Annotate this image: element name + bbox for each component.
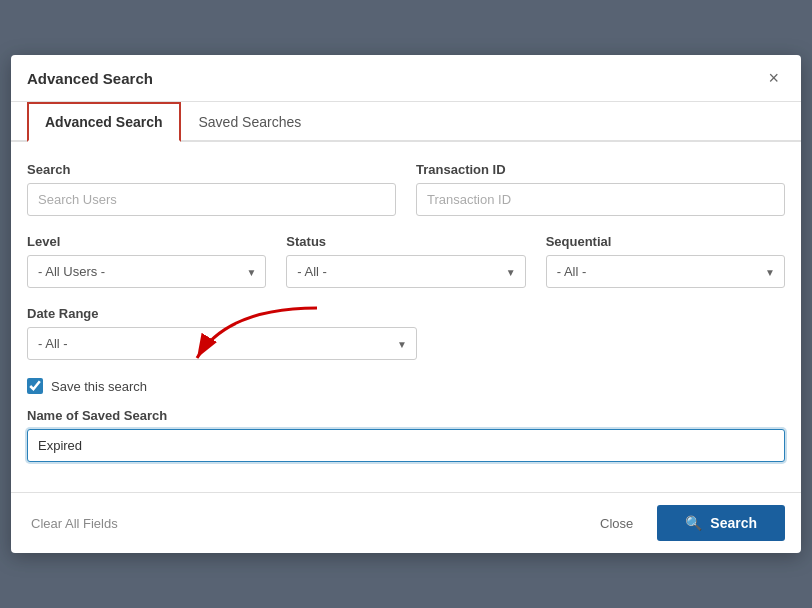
- search-label: Search: [27, 162, 396, 177]
- sequential-select[interactable]: - All - Yes No: [546, 255, 785, 288]
- transaction-id-group: Transaction ID: [416, 162, 785, 216]
- modal-close-button[interactable]: ×: [762, 67, 785, 89]
- status-label: Status: [286, 234, 525, 249]
- level-status-row: Level - All Users - Level 1 Level 2 Leve…: [27, 234, 785, 288]
- sequential-label: Sequential: [546, 234, 785, 249]
- modal-header: Advanced Search ×: [11, 55, 801, 102]
- save-search-label[interactable]: Save this search: [51, 379, 147, 394]
- modal-body: Search Transaction ID Level - All Users …: [11, 142, 801, 492]
- search-row: Search Transaction ID: [27, 162, 785, 216]
- modal-footer: Clear All Fields Close 🔍 Search: [11, 492, 801, 553]
- transaction-id-label: Transaction ID: [416, 162, 785, 177]
- search-button[interactable]: 🔍 Search: [657, 505, 785, 541]
- sequential-select-wrapper: - All - Yes No: [546, 255, 785, 288]
- level-label: Level: [27, 234, 266, 249]
- level-select-wrapper: - All Users - Level 1 Level 2 Level 3: [27, 255, 266, 288]
- save-search-checkbox[interactable]: [27, 378, 43, 394]
- saved-name-label: Name of Saved Search: [27, 408, 785, 423]
- search-input[interactable]: [27, 183, 396, 216]
- transaction-id-input[interactable]: [416, 183, 785, 216]
- tab-saved-searches[interactable]: Saved Searches: [181, 102, 320, 142]
- level-group: Level - All Users - Level 1 Level 2 Leve…: [27, 234, 266, 288]
- sequential-group: Sequential - All - Yes No: [546, 234, 785, 288]
- level-select[interactable]: - All Users - Level 1 Level 2 Level 3: [27, 255, 266, 288]
- save-search-row: Save this search: [27, 378, 785, 394]
- date-range-row: Date Range - All - Today This Week This …: [27, 306, 785, 360]
- status-group: Status - All - Active Inactive Pending: [286, 234, 525, 288]
- date-range-select-wrapper: - All - Today This Week This Month Last …: [27, 327, 417, 360]
- date-range-group: Date Range - All - Today This Week This …: [27, 306, 417, 360]
- tab-bar: Advanced Search Saved Searches: [11, 102, 801, 142]
- advanced-search-modal: Advanced Search × Advanced Search Saved …: [11, 55, 801, 553]
- tab-advanced-search[interactable]: Advanced Search: [27, 102, 181, 142]
- date-range-select[interactable]: - All - Today This Week This Month Last …: [27, 327, 417, 360]
- saved-name-input[interactable]: [27, 429, 785, 462]
- status-select[interactable]: - All - Active Inactive Pending: [286, 255, 525, 288]
- footer-right: Close 🔍 Search: [588, 505, 785, 541]
- search-icon: 🔍: [685, 515, 702, 531]
- saved-name-group: Name of Saved Search: [27, 408, 785, 462]
- search-group: Search: [27, 162, 396, 216]
- date-range-label: Date Range: [27, 306, 417, 321]
- modal-title: Advanced Search: [27, 70, 153, 87]
- clear-all-button[interactable]: Clear All Fields: [27, 508, 122, 539]
- status-select-wrapper: - All - Active Inactive Pending: [286, 255, 525, 288]
- close-button[interactable]: Close: [588, 508, 645, 539]
